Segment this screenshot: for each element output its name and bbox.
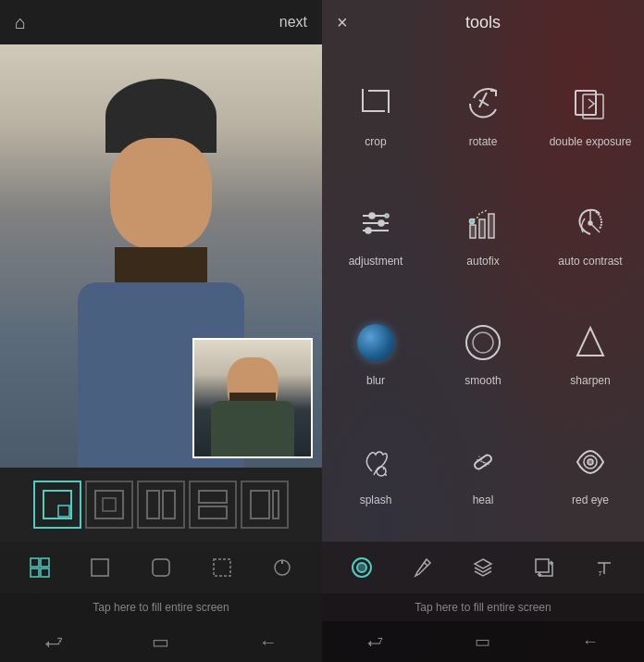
blur-icon — [352, 319, 400, 367]
left-bottom-nav: ⮐ ▭ ← — [0, 621, 322, 662]
left-header: ⌂ next — [0, 0, 322, 44]
photo-area — [0, 44, 322, 468]
sharpen-label: sharpen — [570, 374, 610, 387]
svg-rect-0 — [43, 491, 71, 518]
svg-rect-47 — [536, 559, 549, 572]
left-toolbar — [0, 542, 322, 593]
svg-rect-2 — [95, 491, 123, 518]
autofix-icon — [459, 199, 507, 247]
next-button[interactable]: next — [279, 14, 307, 31]
layout-option-5[interactable] — [241, 481, 289, 529]
power-icon[interactable] — [264, 549, 301, 586]
tool-smooth[interactable]: smooth — [429, 294, 537, 413]
square-icon[interactable] — [81, 549, 118, 586]
right-header: × tools — [322, 0, 644, 44]
auto-contrast-icon — [566, 199, 614, 247]
smooth-icon — [459, 319, 507, 367]
crop-label: crop — [365, 135, 386, 148]
crop-icon — [352, 80, 400, 128]
tool-auto-contrast[interactable]: auto contrast — [537, 173, 644, 293]
layout-option-3[interactable] — [137, 481, 185, 529]
transform-icon[interactable] — [526, 549, 563, 586]
auto-contrast-label: auto contrast — [558, 255, 622, 268]
svg-rect-16 — [214, 559, 230, 576]
tools-title: tools — [465, 13, 501, 32]
svg-point-28 — [385, 214, 389, 218]
heal-label: heal — [473, 493, 494, 506]
red-eye-label: red eye — [572, 493, 609, 506]
return-icon[interactable]: ⮐ — [44, 631, 63, 653]
right-status-text: Tap here to fill entire screen — [322, 593, 644, 621]
double-exposure-label: double exposure — [550, 135, 632, 148]
rotate-icon — [459, 80, 507, 128]
right-toolbar: T — [322, 542, 644, 593]
tools-grid: crop rotate — [322, 44, 644, 542]
left-panel: ⌂ next — [0, 0, 322, 662]
red-eye-icon — [566, 438, 614, 486]
blur-label: blur — [366, 374, 385, 387]
svg-rect-6 — [199, 491, 227, 503]
svg-rect-12 — [31, 568, 39, 577]
svg-point-32 — [470, 219, 475, 223]
double-exposure-icon — [566, 80, 614, 128]
left-status-text: Tap here to fill entire screen — [0, 593, 322, 621]
layout-selector — [0, 468, 322, 542]
sharpen-icon — [566, 319, 614, 367]
tool-adjustment[interactable]: adjustment — [322, 173, 429, 293]
return-icon-right[interactable]: ⮐ — [367, 632, 384, 652]
tool-crop[interactable]: crop — [322, 54, 429, 173]
text-icon[interactable]: T — [586, 549, 623, 586]
svg-point-34 — [466, 326, 500, 359]
svg-point-25 — [369, 213, 375, 219]
inset-body — [211, 401, 294, 456]
brush-icon[interactable] — [403, 549, 440, 586]
svg-rect-31 — [489, 214, 494, 238]
back-icon[interactable]: ← — [259, 631, 278, 653]
svg-rect-15 — [153, 559, 169, 576]
splash-label: splash — [360, 493, 392, 506]
frame-icon-right[interactable]: ▭ — [475, 631, 490, 652]
svg-point-26 — [378, 220, 384, 226]
svg-marker-36 — [577, 328, 603, 356]
layout-option-2[interactable] — [85, 481, 133, 529]
face-shape — [110, 138, 212, 249]
svg-rect-5 — [163, 491, 175, 518]
inset-background — [194, 340, 311, 456]
layers-stack-icon[interactable] — [464, 549, 502, 586]
tool-heal[interactable]: heal — [429, 413, 537, 532]
adjustment-label: adjustment — [349, 255, 403, 268]
layout-option-1[interactable] — [33, 481, 81, 529]
rotate-label: rotate — [469, 135, 498, 148]
autofix-label: autofix — [466, 255, 499, 268]
svg-rect-30 — [479, 219, 485, 238]
home-icon[interactable]: ⌂ — [15, 12, 26, 33]
svg-point-44 — [357, 563, 366, 572]
dashed-square-icon[interactable] — [204, 549, 241, 586]
svg-rect-13 — [41, 568, 49, 577]
lens-filter-icon[interactable] — [343, 549, 380, 586]
svg-rect-7 — [199, 506, 227, 518]
svg-rect-10 — [31, 558, 39, 567]
frame-icon[interactable]: ▭ — [152, 631, 169, 653]
svg-rect-8 — [251, 491, 269, 518]
svg-rect-14 — [92, 559, 108, 576]
rounded-rect-icon[interactable] — [142, 549, 180, 586]
tool-splash[interactable]: splash — [322, 413, 429, 532]
tool-rotate[interactable]: rotate — [429, 54, 537, 173]
back-icon-right[interactable]: ← — [582, 632, 599, 652]
svg-marker-46 — [475, 559, 491, 568]
svg-text:T: T — [598, 569, 603, 578]
heal-icon — [459, 438, 507, 486]
tool-blur[interactable]: blur — [322, 294, 429, 413]
right-panel: × tools crop — [322, 0, 644, 662]
adjustment-icon — [352, 199, 400, 247]
tool-red-eye[interactable]: red eye — [537, 413, 644, 532]
svg-rect-3 — [103, 498, 116, 511]
grid-icon[interactable] — [21, 549, 58, 586]
tool-sharpen[interactable]: sharpen — [537, 294, 644, 413]
tool-double-exposure[interactable]: double exposure — [537, 54, 644, 173]
svg-point-35 — [473, 332, 493, 353]
layout-option-4[interactable] — [189, 481, 237, 529]
close-button[interactable]: × — [337, 12, 348, 33]
tool-autofix[interactable]: autofix — [429, 173, 537, 293]
